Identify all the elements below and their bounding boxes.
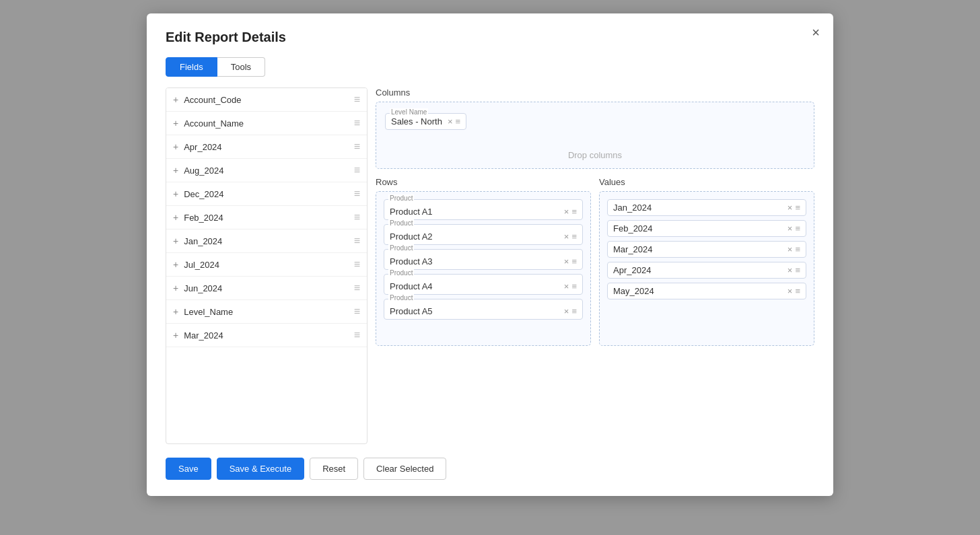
modal-overlay: Edit Report Details × Fields Tools + Acc… [0,0,980,535]
row-chip-tag-label: Product [388,244,414,252]
field-item[interactable]: + Aug_2024 ≡ [166,159,367,182]
edit-report-modal: Edit Report Details × Fields Tools + Acc… [147,13,833,496]
field-label: Account_Code [184,95,353,105]
field-label: Jul_2024 [184,260,353,270]
row-chip-text: Product A3 [390,256,433,266]
field-plus-icon: + [173,118,178,129]
value-chip[interactable]: Apr_2024 × ≡ [607,262,806,279]
row-chip-eq: ≡ [571,256,577,266]
row-chip-eq: ≡ [571,281,577,291]
field-plus-icon: + [173,141,178,152]
row-chip[interactable]: Product Product A3 × ≡ [384,249,583,270]
row-chip-remove[interactable]: × [564,306,569,316]
row-chip-remove[interactable]: × [564,256,569,266]
field-label: Dec_2024 [184,189,353,199]
field-drag-icon: ≡ [354,117,360,129]
columns-chip-tag-label: Level Name [390,108,428,116]
value-chip-remove[interactable]: × [788,265,793,275]
field-plus-icon: + [173,188,178,199]
row-chip[interactable]: Product Product A1 × ≡ [384,199,583,220]
field-drag-icon: ≡ [354,235,360,247]
save-execute-button[interactable]: Save & Execute [217,458,305,480]
field-plus-icon: + [173,330,178,341]
field-label: Jun_2024 [184,283,353,293]
field-drag-icon: ≡ [354,329,360,341]
field-item[interactable]: + Feb_2024 ≡ [166,206,367,229]
field-drag-icon: ≡ [354,188,360,200]
field-item[interactable]: + Level_Name ≡ [166,300,367,324]
field-item[interactable]: + Jul_2024 ≡ [166,253,367,277]
columns-chip-remove[interactable]: × [448,116,453,127]
fields-scroll[interactable]: + Account_Code ≡ + Account_Name ≡ + Apr_… [166,88,367,443]
rows-drop-zone[interactable]: Product Product A1 × ≡ Product Product A… [376,191,591,346]
columns-label: Columns [376,87,814,98]
reset-button[interactable]: Reset [310,458,358,480]
row-chip-eq: ≡ [571,306,577,316]
value-chip-eq: ≡ [795,265,800,275]
row-chip-text: Product A2 [390,231,433,242]
save-button[interactable]: Save [166,458,211,480]
rows-label: Rows [376,177,591,187]
value-chip-remove[interactable]: × [788,223,793,234]
field-label: Level_Name [184,307,353,317]
modal-body: + Account_Code ≡ + Account_Name ≡ + Apr_… [166,87,814,444]
modal-close-button[interactable]: × [812,26,820,39]
columns-chip[interactable]: Level Name Sales - North × ≡ [385,113,466,130]
row-chip-remove[interactable]: × [564,231,569,242]
value-chip[interactable]: Jan_2024 × ≡ [607,199,806,216]
values-label: Values [599,177,814,187]
row-chip-tag-label: Product [388,219,414,227]
field-plus-icon: + [173,259,178,270]
field-label: Account_Name [184,118,353,129]
row-chip[interactable]: Product Product A5 × ≡ [384,299,583,320]
row-chip[interactable]: Product Product A4 × ≡ [384,274,583,295]
field-item[interactable]: + Apr_2024 ≡ [166,135,367,159]
tab-fields[interactable]: Fields [166,57,217,77]
field-drag-icon: ≡ [354,282,360,294]
field-item[interactable]: + Jun_2024 ≡ [166,277,367,300]
value-chip-eq: ≡ [795,223,800,234]
field-label: Mar_2024 [184,330,353,341]
value-chip-text: Jan_2024 [613,203,652,213]
row-chip-eq: ≡ [571,207,577,217]
row-chip-text: Product A1 [390,207,433,217]
field-item[interactable]: + Account_Name ≡ [166,112,367,135]
values-drop-zone[interactable]: Jan_2024 × ≡ Feb_2024 × ≡ Mar_2024 × ≡ A… [599,191,814,346]
value-chip-text: Feb_2024 [613,223,653,234]
row-chip-tag-label: Product [388,194,414,202]
field-plus-icon: + [173,306,178,317]
row-chip-text: Product A4 [390,281,433,291]
value-chip-text: May_2024 [613,286,654,296]
field-item[interactable]: + Dec_2024 ≡ [166,182,367,206]
field-item[interactable]: + Mar_2024 ≡ [166,324,367,347]
rows-panel: Rows Product Product A1 × ≡ Product Prod… [376,177,591,444]
field-item[interactable]: + Jan_2024 ≡ [166,229,367,253]
value-chip-eq: ≡ [795,203,800,213]
row-chip-text: Product A5 [390,306,433,316]
values-panel: Values Jan_2024 × ≡ Feb_2024 × ≡ Mar_202… [599,177,814,444]
row-chip-tag-label: Product [388,294,414,301]
value-chip-text: Mar_2024 [613,244,653,254]
modal-title: Edit Report Details [166,30,814,45]
value-chip[interactable]: Mar_2024 × ≡ [607,241,806,258]
row-chip-remove[interactable]: × [564,207,569,217]
row-chip-remove[interactable]: × [564,281,569,291]
clear-selected-button[interactable]: Clear Selected [363,458,446,480]
row-chip[interactable]: Product Product A2 × ≡ [384,224,583,245]
field-item[interactable]: + Account_Code ≡ [166,88,367,112]
value-chip[interactable]: Feb_2024 × ≡ [607,220,806,237]
tabs-container: Fields Tools [166,57,814,77]
modal-footer: Save Save & Execute Reset Clear Selected [166,458,814,480]
value-chip-remove[interactable]: × [788,203,793,213]
value-chip-remove[interactable]: × [788,244,793,254]
value-chip-remove[interactable]: × [788,286,793,296]
field-drag-icon: ≡ [354,141,360,153]
field-plus-icon: + [173,165,178,176]
field-drag-icon: ≡ [354,306,360,318]
value-chip[interactable]: May_2024 × ≡ [607,283,806,299]
columns-drop-zone[interactable]: Level Name Sales - North × ≡ Drop column… [376,102,814,169]
tab-tools[interactable]: Tools [217,57,265,77]
field-plus-icon: + [173,236,178,246]
value-chip-eq: ≡ [795,244,800,254]
field-drag-icon: ≡ [354,94,360,106]
